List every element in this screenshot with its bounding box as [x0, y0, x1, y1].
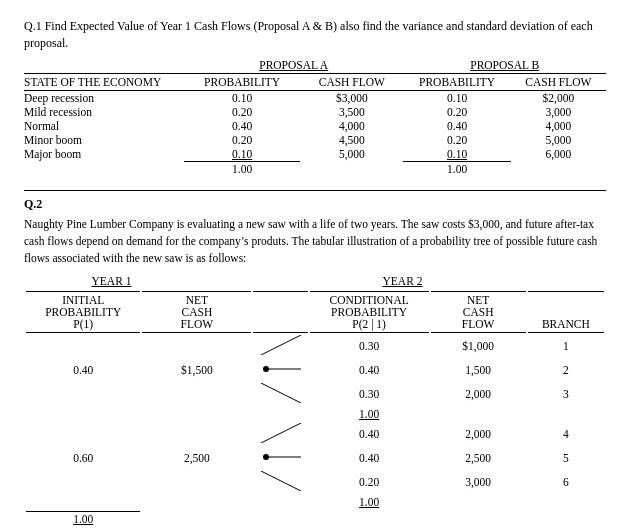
cf-y2-cell: $1,000: [431, 335, 526, 357]
a-cf-cell: 3,500: [300, 105, 403, 119]
cf-y2-cell: 2,000: [431, 423, 526, 445]
branch-cell: 1: [528, 335, 604, 357]
branch-cell: [528, 495, 604, 509]
tree-cell: [253, 423, 307, 445]
q2-tree-row: 0.60 2,500 0.40 2,500 5: [26, 447, 604, 469]
proposal-table: PROPOSAL A PROPOSAL B STATE OF THE ECONO…: [24, 58, 606, 176]
col-tree-icon-header: [253, 291, 307, 333]
cf-y1-cell: [142, 471, 251, 493]
branch-table: INITIALPROBABILITYP(1) NETCASHFLOW CONDI…: [24, 289, 606, 528]
q2-tree-row: 0.40 2,000 4: [26, 423, 604, 445]
tree-line: [261, 423, 301, 443]
q1-row: Deep recession 0.10 $3,000 0.10 $2,000: [24, 90, 606, 105]
col-init-prob-header: INITIALPROBABILITYP(1): [26, 291, 140, 333]
economy-cell: Major boom: [24, 147, 184, 162]
col-net-cf-y1-header: NETCASHFLOW: [142, 291, 251, 333]
q1-row: Minor boom 0.20 4,500 0.20 5,000: [24, 133, 606, 147]
q2-tree-row: 0.20 3,000 6: [26, 471, 604, 493]
init-prob-cell: [26, 471, 140, 493]
init-prob-cell: 0.40: [26, 359, 140, 381]
tree-node: [261, 359, 301, 379]
proposal-a-header: PROPOSAL A: [184, 58, 403, 74]
a-cf-cell: 4,500: [300, 133, 403, 147]
a-cf-cell: 4,000: [300, 119, 403, 133]
cond-prob-cell: 0.40: [310, 447, 429, 469]
svg-line-7: [261, 471, 301, 491]
year-labels: YEAR 1 YEAR 2: [24, 275, 606, 287]
cond-prob-cell: 0.40: [310, 359, 429, 381]
a-prob-cell: 0.10: [184, 147, 300, 162]
init-prob-cell: [26, 383, 140, 405]
b-prob-cell: 0.10: [403, 147, 510, 162]
q2-label: Q.2: [24, 197, 606, 212]
b-total: 1.00: [403, 161, 510, 176]
cf-y1-cell: [142, 495, 251, 509]
init-prob-cell: [26, 495, 140, 509]
cf-y2-cell: 3,000: [431, 471, 526, 493]
b-cf-cell: $2,000: [511, 90, 606, 105]
col-cond-prob-header: CONDITIONALPROBABILITYP(2 | 1): [310, 291, 429, 333]
cf-y1-cell: [142, 383, 251, 405]
cond-prob-cell: 0.30: [310, 335, 429, 357]
tree-cell: [253, 407, 307, 421]
col-b-prob-header: PROBABILITY: [403, 73, 510, 90]
tree-cell: [253, 471, 307, 493]
a-cf-cell: $3,000: [300, 90, 403, 105]
b-prob-cell: 0.20: [403, 105, 510, 119]
a-prob-cell: 0.20: [184, 105, 300, 119]
tree-node: [261, 447, 301, 467]
q1-row: Major boom 0.10 5,000 0.10 6,000: [24, 147, 606, 162]
q2-total-row: 1.00: [26, 511, 604, 526]
q2-tree-row: 0.40 $1,500 0.40 1,500 2: [26, 359, 604, 381]
a-prob-cell: 0.10: [184, 90, 300, 105]
init-total-cell: 1.00: [26, 511, 140, 526]
init-prob-cell: [26, 423, 140, 445]
year2-label: YEAR 2: [199, 275, 606, 287]
economy-cell: Deep recession: [24, 90, 184, 105]
cf-y1-cell: [142, 335, 251, 357]
branch-cell: 6: [528, 471, 604, 493]
cf-y2-cell: 1,500: [431, 359, 526, 381]
svg-line-3: [261, 383, 301, 403]
cf-y2-cell: 2,000: [431, 383, 526, 405]
tree-cell: [253, 359, 307, 381]
tree-cell: [253, 383, 307, 405]
svg-line-0: [261, 335, 301, 355]
branch-cell: 5: [528, 447, 604, 469]
year1-label: YEAR 1: [24, 275, 199, 287]
cf-y1-cell: 2,500: [142, 447, 251, 469]
cond-prob-cell: 0.30: [310, 383, 429, 405]
init-prob-cell: 0.60: [26, 447, 140, 469]
q1-row: Mild recession 0.20 3,500 0.20 3,000: [24, 105, 606, 119]
q2-text: Naughty Pine Lumber Company is evaluatin…: [24, 216, 606, 268]
proposal-b-header: PROPOSAL B: [403, 58, 606, 74]
tree-cell: [253, 335, 307, 357]
q2-tree-row: 1.00: [26, 495, 604, 509]
branch-cell: 2: [528, 359, 604, 381]
blank-total: [142, 511, 604, 526]
a-prob-cell: 0.40: [184, 119, 300, 133]
branch-cell: [528, 407, 604, 421]
total-label: [24, 161, 184, 176]
cond-prob-cell: 1.00: [310, 495, 429, 509]
q1-row: Normal 0.40 4,000 0.40 4,000: [24, 119, 606, 133]
cf-y1-cell: [142, 407, 251, 421]
cf-y1-cell: $1,500: [142, 359, 251, 381]
b-cf-cell: 4,000: [511, 119, 606, 133]
col-b-cf-header: CASH FLOW: [511, 73, 606, 90]
a-prob-cell: 0.20: [184, 133, 300, 147]
tree-line: [261, 471, 301, 491]
cond-prob-cell: 1.00: [310, 407, 429, 421]
economy-cell: Minor boom: [24, 133, 184, 147]
col-state-header: STATE OF THE ECONOMY: [24, 73, 184, 90]
cond-prob-cell: 0.40: [310, 423, 429, 445]
b-cf-cell: 6,000: [511, 147, 606, 162]
q2-block: Q.2 Naughty Pine Lumber Company is evalu…: [24, 197, 606, 532]
section-divider: [24, 190, 606, 191]
cond-prob-cell: 0.20: [310, 471, 429, 493]
branch-cell: 3: [528, 383, 604, 405]
svg-line-4: [261, 423, 301, 443]
a-cf-total: [300, 161, 403, 176]
cf-y1-cell: [142, 423, 251, 445]
init-prob-cell: [26, 335, 140, 357]
